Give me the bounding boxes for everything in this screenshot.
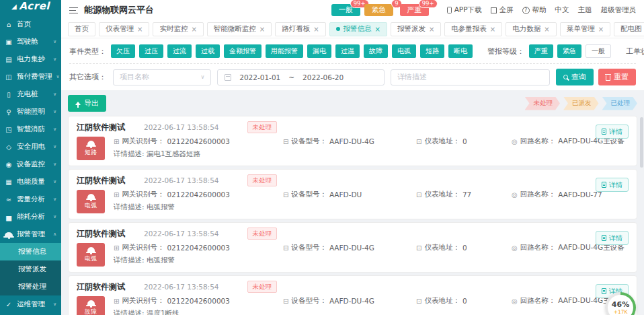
legend-ribbon[interactable]: 已处理: [602, 97, 638, 110]
sidebar-item[interactable]: ▅ 能耗分析 ∨: [0, 208, 61, 225]
tab[interactable]: 报警信息 ×: [329, 22, 387, 36]
description-input[interactable]: [391, 69, 550, 85]
sidebar-item[interactable]: ◉ 设备监控 ∨: [0, 155, 61, 173]
meter-icon: ⊡: [416, 244, 421, 252]
event-type-tag[interactable]: 故障: [364, 44, 388, 58]
card-body: 电弧 ⊞ 网关识别号： 02122042600003: [77, 190, 629, 213]
sidebar-item[interactable]: ◇ 安全用电 ∨: [0, 138, 61, 155]
event-type-tag[interactable]: 金额报警: [224, 44, 261, 58]
event-type-tag[interactable]: 电弧: [392, 44, 416, 58]
tab-close-icon[interactable]: ×: [375, 26, 380, 33]
tab[interactable]: 智能微断监控 ×: [207, 22, 272, 36]
device-icon: ⊟: [283, 244, 288, 252]
search-button[interactable]: 查询: [556, 69, 594, 85]
event-type-tag[interactable]: 漏电: [307, 44, 331, 58]
circuit-icon: ◎: [512, 298, 518, 305]
sidebar-item[interactable]: ◳ 智慧消防 ∨: [0, 120, 61, 138]
sidebar-item[interactable]: ♀ 智能照明 ∨: [0, 103, 61, 120]
sidebar-item[interactable]: 报警管理 ∧: [0, 225, 61, 243]
sidebar-item[interactable]: ▯ 充电桩 ∨: [0, 85, 61, 103]
project-name: 江阴软件测试: [77, 228, 125, 240]
device-icon: ⊟: [283, 298, 288, 305]
sidebar-item[interactable]: ⌂ 首页: [0, 15, 61, 33]
sidebar-item[interactable]: 报警信息: [0, 243, 61, 260]
sidebar-item[interactable]: ▤ 电力集抄 ∨: [0, 50, 61, 68]
sidebar-item-label: 首页: [17, 20, 31, 29]
gateway-icon: ⊞: [114, 138, 119, 145]
tab-label: 菜单管理: [567, 24, 595, 34]
project-select[interactable]: 项目名称 ∨: [113, 69, 211, 85]
tab-close-icon[interactable]: ×: [313, 26, 319, 33]
sidebar-item[interactable]: 报警处理: [0, 278, 61, 295]
alarm-card: 江阴软件测试 2022-06-17 13:58:54 未处理 电弧: [68, 169, 637, 219]
tab-close-icon[interactable]: ×: [598, 26, 604, 33]
sidebar-item[interactable]: ▦ 电能质量 ∨: [0, 173, 61, 190]
card-body: 短路 ⊞ 网关识别号： 02122042600003: [77, 137, 629, 160]
chevron-icon: ∧: [53, 232, 56, 237]
help-icon: ?: [522, 7, 530, 14]
alarm-level-tag[interactable]: 严重: [529, 44, 553, 58]
device-model-field: ⊟ 设备型号： AAFD-DU-4G: [283, 243, 416, 252]
alarm-level-tag[interactable]: 一般: [586, 44, 611, 58]
fullscreen-link[interactable]: 全屏: [491, 5, 514, 15]
export-button[interactable]: 导出: [68, 95, 106, 112]
active-dot-icon: [336, 27, 340, 31]
tab[interactable]: 实时监控 ×: [153, 22, 203, 36]
tab[interactable]: 电参量报表 ×: [444, 22, 502, 36]
sidebar-item-label: 智慧消防: [17, 125, 45, 134]
event-type-tag[interactable]: 断电: [448, 44, 473, 58]
tab-close-icon[interactable]: ×: [490, 26, 495, 33]
meter-address-value: 0: [462, 244, 467, 252]
sidebar-item[interactable]: ◫ 预付费管理 ∨: [0, 68, 61, 85]
collapse-menu-icon[interactable]: [69, 7, 78, 13]
alarm-type-label: 短路: [85, 148, 97, 157]
app-window: ◢ Acrel ⌂ 首页 ▣ 驾驶舱 ∨ ▤ 电力集抄 ∨ ◫ 预付: [0, 0, 644, 315]
help-link[interactable]: ? 帮助: [522, 5, 547, 15]
language-switch[interactable]: 中文: [555, 5, 569, 15]
alert-level-badge[interactable]: 一般 99+: [331, 4, 360, 16]
event-type-tag[interactable]: 短路: [420, 44, 444, 58]
tab-close-icon[interactable]: ×: [191, 26, 196, 33]
tab[interactable]: 菜单管理 ×: [560, 22, 610, 36]
event-type-tag[interactable]: 过压: [139, 44, 163, 58]
sidebar-item-label: 电力集抄: [17, 55, 45, 64]
theme-switch[interactable]: 主题: [578, 5, 592, 15]
app-download-link[interactable]: APP下载: [447, 5, 482, 15]
legend-ribbon[interactable]: 未处理: [525, 97, 561, 110]
sidebar-item[interactable]: 报警派发: [0, 260, 61, 278]
tab-close-icon[interactable]: ×: [259, 26, 265, 33]
chevron-icon: ∨: [53, 179, 56, 184]
legend-ribbon[interactable]: 已派发: [563, 97, 599, 110]
search-icon: [563, 75, 568, 79]
detail-button[interactable]: 详情: [596, 231, 629, 245]
scrollbar[interactable]: [640, 117, 643, 168]
event-type-tag[interactable]: 过载: [196, 44, 220, 58]
meter-address-value: 0: [462, 137, 467, 145]
tab[interactable]: 报警派发 ×: [391, 22, 441, 36]
tab[interactable]: 首页: [68, 22, 95, 36]
sidebar-item[interactable]: ▣ 驾驶舱 ∨: [0, 33, 61, 50]
alert-level-badge[interactable]: 严重 99+: [400, 4, 429, 16]
event-type-tag[interactable]: 欠压: [111, 44, 135, 58]
alarm-level-tag[interactable]: 紧急: [557, 44, 581, 58]
event-type-tag[interactable]: 用能报警: [266, 44, 303, 58]
bell-icon: [87, 141, 95, 146]
tab-close-icon[interactable]: ×: [137, 26, 143, 33]
tab[interactable]: 电力数据 ×: [506, 22, 556, 36]
tab[interactable]: 配电图 ×: [614, 22, 644, 36]
current-user[interactable]: 超级管理员: [601, 5, 637, 15]
status-legend: 未处理已派发已处理: [525, 97, 638, 110]
sidebar-item[interactable]: ≈ 需量分析 ∨: [0, 190, 61, 208]
detail-button[interactable]: 详情: [596, 125, 629, 139]
tab-close-icon[interactable]: ×: [429, 26, 434, 33]
alert-level-badge[interactable]: 紧急 9: [364, 4, 393, 16]
detail-button[interactable]: 详情: [596, 178, 629, 192]
tab-close-icon[interactable]: ×: [544, 26, 549, 33]
event-type-tag[interactable]: 过流: [167, 44, 192, 58]
date-range-picker[interactable]: 2022-01-01 ~ 2022-06-20: [217, 69, 385, 85]
reset-button[interactable]: 重置: [598, 69, 636, 85]
tab[interactable]: 路灯看板 ×: [275, 22, 325, 36]
sidebar-item[interactable]: ✓ 运维管理 ∨: [0, 295, 61, 313]
tab[interactable]: 仪表管理 ×: [99, 22, 149, 36]
event-type-tag[interactable]: 过温: [335, 44, 360, 58]
